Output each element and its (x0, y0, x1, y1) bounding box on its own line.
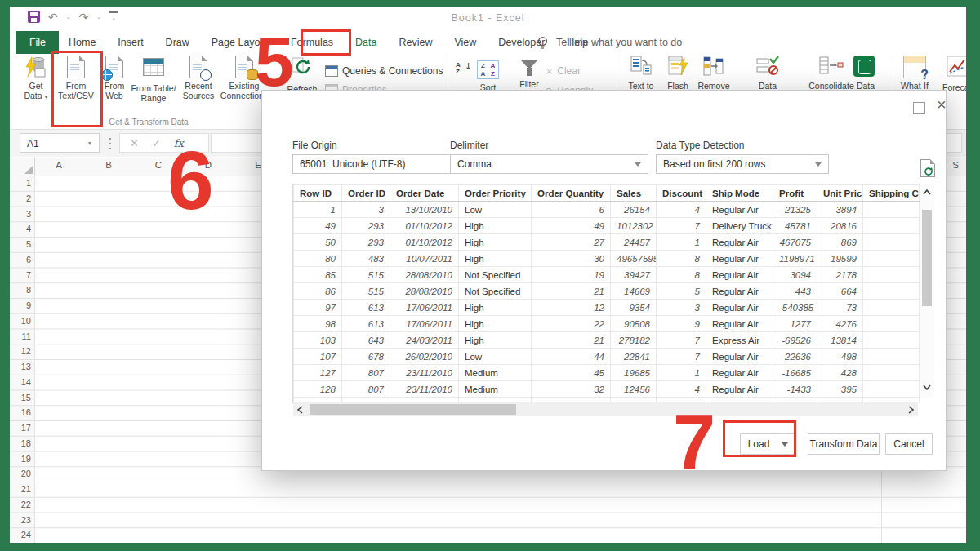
table-row: 5029301/10/2012High27244571Regular Air46… (294, 234, 920, 251)
sort-button[interactable]: ZA AZ Sort (477, 60, 499, 92)
row-header-20[interactable]: 20 (10, 466, 31, 482)
transform-data-button[interactable]: Transform Data (808, 433, 880, 455)
from-web-button[interactable]: FromWeb (100, 56, 129, 100)
table-cell: 3 (657, 300, 706, 316)
table-cell: -16685 (773, 365, 817, 381)
refresh-preview-icon[interactable] (920, 159, 935, 177)
scroll-up-icon[interactable] (923, 189, 931, 195)
row-header-15[interactable]: 15 (10, 390, 31, 406)
tab-data[interactable]: Data (355, 37, 376, 48)
delimiter-label: Delimiter (450, 140, 488, 151)
web-icon (104, 56, 125, 78)
table-cell: 5 (657, 283, 706, 300)
row-header-17[interactable]: 17 (10, 420, 31, 436)
row-header-4[interactable]: 4 (10, 221, 31, 237)
flash-fill-button[interactable]: Flash (663, 56, 693, 91)
table-cell: Regular Air (706, 202, 773, 218)
filter-button[interactable]: Filter (513, 60, 546, 89)
dialog-maximize-icon[interactable] (913, 102, 925, 114)
row-header-8[interactable]: 8 (10, 282, 31, 298)
name-box-dropdown-icon[interactable]: ▾ (88, 140, 91, 147)
what-if-button[interactable]: ? What-If (897, 56, 933, 91)
from-getdata-button[interactable]: GetData ▾ (20, 56, 52, 102)
table-cell: Regular Air (706, 283, 773, 300)
queries-label: Queries & Connections (342, 65, 443, 77)
row-header-18[interactable]: 18 (10, 436, 31, 451)
file-origin-select[interactable]: 65001: Unicode (UTF-8) (292, 154, 467, 174)
cancel-button[interactable]: Cancel (885, 433, 933, 455)
row-header-strip[interactable]: 1234567891011121314151617181920212223242… (10, 176, 35, 543)
row-header-10[interactable]: 10 (10, 313, 31, 329)
formula-bar-splitter[interactable] (109, 136, 111, 149)
column-header-b[interactable]: B (100, 160, 117, 170)
file-origin-label: File Origin (292, 140, 337, 151)
row-header-9[interactable]: 9 (10, 298, 31, 313)
clear-filter-button: ⨯ Clear (546, 65, 581, 77)
data-type-detection-select[interactable]: Based on first 200 rows (656, 154, 829, 174)
row-header-11[interactable]: 11 (10, 329, 31, 344)
table-cell: 90508 (611, 316, 657, 332)
delimiter-select[interactable]: Comma (450, 154, 648, 174)
tab-insert[interactable]: Insert (118, 37, 143, 48)
row-header-3[interactable]: 3 (10, 207, 31, 222)
text-to-columns-button[interactable]: Text to (624, 56, 658, 91)
data-validation-button[interactable]: Data (750, 56, 786, 91)
tab-review[interactable]: Review (399, 37, 432, 48)
row-header-23[interactable]: 23 (10, 513, 31, 528)
preview-column-header: Shipping Co (863, 185, 920, 202)
horizontal-scroll-thumb[interactable] (310, 404, 516, 415)
vertical-scroll-thumb[interactable] (922, 210, 932, 306)
remove-duplicates-button[interactable]: Remove (696, 56, 732, 91)
queries-connections-button[interactable]: Queries & Connections (325, 65, 443, 77)
cancel-entry-icon[interactable]: ✕ (130, 137, 139, 149)
sort-az-button[interactable]: AZ↓ (456, 62, 461, 75)
table-row: 1313/10/2010Low6261544Regular Air-213253… (294, 202, 920, 218)
table-cell: 19 (532, 267, 611, 283)
horizontal-scrollbar[interactable] (293, 402, 918, 416)
table-cell: High (459, 300, 532, 316)
frame-bottom (0, 543, 980, 551)
consolidate-button[interactable]: Consolidate (807, 56, 856, 91)
table-row: 12780723/11/2010Medium45196851Regular Ai… (294, 365, 920, 381)
from-tablerange-button[interactable]: From Table/Range (129, 56, 178, 103)
row-header-12[interactable]: 12 (10, 344, 31, 359)
row-header-19[interactable]: 19 (10, 451, 31, 467)
row-header-13[interactable]: 13 (10, 359, 31, 375)
scroll-right-icon[interactable] (908, 406, 914, 414)
data-type-detection-label: Data Type Detection (656, 140, 745, 151)
tab-home[interactable]: Home (69, 37, 96, 48)
dialog-close-icon[interactable]: × (937, 96, 947, 114)
column-header-c[interactable]: C (150, 160, 167, 170)
table-cell: 278182 (611, 332, 657, 349)
row-header-24[interactable]: 24 (10, 527, 31, 543)
excel-window: ↶⌄ ↷⌄ ⌄ Book1 - Excel File HomeInsertDra… (10, 7, 966, 543)
from-recent-button[interactable]: RecentSources (178, 56, 219, 100)
row-header-6[interactable]: 6 (10, 252, 31, 268)
scroll-down-icon[interactable] (923, 384, 931, 390)
row-header-7[interactable]: 7 (10, 268, 31, 283)
tell-me-box[interactable]: Tell me what you want to do (537, 31, 682, 54)
row-header-1[interactable]: 1 (10, 176, 31, 191)
row-header-22[interactable]: 22 (10, 497, 31, 513)
row-header-16[interactable]: 16 (10, 405, 31, 420)
scroll-left-icon[interactable] (297, 406, 303, 414)
tab-draw[interactable]: Draw (166, 37, 189, 48)
preview-column-header: Order Priority (459, 185, 532, 202)
column-header-s[interactable]: S (947, 160, 964, 170)
data-model-button[interactable]: Data (849, 56, 882, 91)
clock-icon (200, 69, 212, 81)
column-header-a[interactable]: A (51, 160, 67, 170)
row-header-21[interactable]: 21 (10, 482, 31, 497)
table-cell: 807 (342, 365, 390, 381)
table-cell: 9 (657, 316, 706, 332)
confirm-entry-icon[interactable]: ✓ (152, 137, 161, 149)
row-header-14[interactable]: 14 (10, 375, 31, 390)
tab-view[interactable]: View (454, 37, 476, 48)
preview-column-header: Ship Mode (706, 185, 773, 202)
vertical-scrollbar[interactable] (920, 184, 934, 398)
row-header-5[interactable]: 5 (10, 237, 31, 252)
row-header-2[interactable]: 2 (10, 191, 31, 207)
select-all-corner[interactable] (10, 158, 35, 176)
table-cell: 4 (657, 381, 706, 398)
forecast-sheet-button[interactable]: Forecast Sheet (942, 56, 966, 92)
